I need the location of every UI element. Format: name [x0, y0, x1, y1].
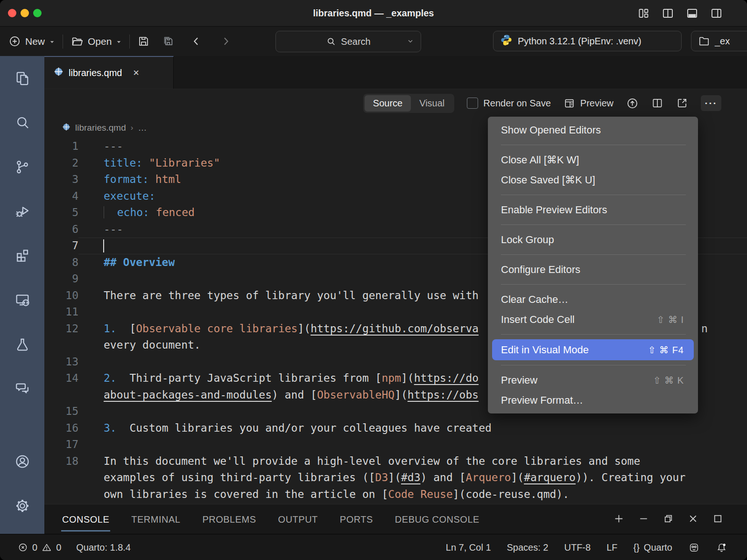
line-number: 7 — [44, 238, 78, 254]
encoding[interactable]: UTF-8 — [564, 542, 591, 553]
interpreter-selector[interactable]: Python 3.12.1 (PipEnv: .venv) — [493, 31, 682, 51]
chevron-down-icon — [116, 36, 122, 47]
warnings-icon — [42, 542, 52, 553]
comments-icon[interactable] — [0, 366, 44, 411]
render-on-save-label: Render on Save — [483, 98, 551, 109]
run-debug-icon[interactable] — [0, 189, 44, 233]
panel-tab-debug-console[interactable]: DEBUG CONSOLE — [395, 504, 479, 534]
menu-separator — [501, 254, 686, 255]
line-number: 18 — [44, 453, 78, 470]
code-token: ) and [ — [272, 389, 317, 401]
settings-gear-icon[interactable] — [0, 483, 44, 528]
toggle-panel-icon[interactable] — [686, 7, 698, 20]
breadcrumb-more[interactable]: … — [138, 123, 147, 133]
panel-tab-output[interactable]: OUTPUT — [278, 504, 318, 534]
cursor-position[interactable]: Ln 7, Col 1 — [446, 542, 491, 553]
menu-item-close-saved-k-u[interactable]: Close Saved [⌘K U] — [488, 170, 698, 190]
open-in-new-window-icon[interactable] — [676, 97, 688, 109]
link-text[interactable]: #d3 — [401, 471, 421, 483]
more-actions-button[interactable]: ··· — [701, 95, 721, 111]
language-mode[interactable]: {} Quarto — [633, 542, 672, 553]
menu-item-close-all-k-w[interactable]: Close All [⌘K W] — [488, 150, 698, 170]
panel-tab-console[interactable]: CONSOLE — [62, 504, 109, 534]
panel-tab-label: DEBUG CONSOLE — [395, 514, 479, 525]
line-number: 12 — [44, 321, 78, 337]
eol-sequence[interactable]: LF — [606, 542, 617, 553]
panel-tab-problems[interactable]: PROBLEMS — [202, 504, 256, 534]
explorer-icon[interactable] — [0, 56, 44, 100]
menu-item-show-opened-editors[interactable]: Show Opened Editors — [488, 120, 698, 140]
maximize-panel-icon[interactable] — [712, 513, 724, 526]
code-text: examples of using third-party libraries … — [78, 469, 747, 486]
menu-item-preview[interactable]: Preview⇧ ⌘ K — [488, 370, 698, 390]
link-text[interactable]: about-packages-and-modules — [104, 389, 272, 401]
account-icon[interactable] — [0, 439, 44, 483]
menu-item-insert-code-cell[interactable]: Insert Code Cell⇧ ⌘ I — [488, 309, 698, 329]
remote-explorer-icon[interactable] — [0, 278, 44, 322]
problems-indicator[interactable]: 0 0 — [18, 542, 61, 553]
code-token: Code Reuse — [388, 488, 452, 500]
panel-tab-ports[interactable]: PORTS — [340, 504, 373, 534]
split-editor-icon[interactable] — [662, 7, 674, 20]
notifications-bell-icon[interactable] — [716, 542, 727, 553]
code-line: 163. Custom libraries you and/or your co… — [44, 420, 747, 437]
breadcrumb-file[interactable]: libraries.qmd — [75, 123, 126, 133]
navigate-back-icon[interactable] — [190, 35, 202, 47]
split-editor-icon[interactable] — [651, 97, 663, 109]
search-input[interactable]: Search — [275, 31, 421, 52]
menu-item-edit-in-visual-mode[interactable]: Edit in Visual Mode⇧ ⌘ F4 — [492, 339, 694, 360]
navigate-forward-icon[interactable] — [220, 35, 232, 47]
minimize-panel-icon[interactable] — [638, 513, 649, 526]
status-bar: 0 0 Quarto: 1.8.4 Ln 7, Col 1 Spaces: 2 … — [0, 534, 747, 560]
errors-icon — [18, 542, 28, 553]
source-mode-button[interactable]: Source — [365, 95, 411, 112]
close-panel-icon[interactable] — [687, 513, 699, 526]
link-text[interactable]: https://obs — [408, 389, 479, 401]
render-on-save-checkbox[interactable] — [467, 98, 478, 109]
code-text: In this document we'll provide a high-le… — [78, 453, 747, 470]
close-tab-icon[interactable]: ✕ — [133, 68, 139, 78]
publish-icon[interactable] — [626, 97, 639, 110]
menu-item-preview-format[interactable]: Preview Format… — [488, 390, 698, 410]
line-number: 8 — [44, 254, 78, 271]
code-token: --- — [104, 223, 123, 235]
new-label: New — [25, 36, 45, 47]
plus-circle-icon — [8, 35, 21, 48]
quarto-version[interactable]: Quarto: 1.8.4 — [76, 542, 131, 553]
panel-tab-label: OUTPUT — [278, 514, 318, 525]
visual-mode-button[interactable]: Visual — [411, 95, 453, 112]
line-number: 14 — [44, 370, 78, 387]
toolbar-divider — [63, 35, 63, 49]
chevron-down-icon[interactable] — [407, 36, 414, 47]
tab-libraries-qmd[interactable]: libraries.qmd ✕ — [44, 56, 174, 89]
menu-item-shortcut: ⇧ ⌘ K — [653, 375, 684, 386]
toggle-secondary-sidebar-icon[interactable] — [710, 7, 723, 20]
link-text[interactable]: #arquero — [524, 471, 576, 483]
preview-button[interactable]: Preview — [564, 98, 613, 109]
add-console-icon[interactable] — [613, 513, 625, 526]
testing-icon[interactable] — [0, 322, 44, 366]
editor-toolbar: Source Visual Render on Save Preview ··· — [44, 89, 747, 118]
extensions-icon[interactable] — [0, 233, 44, 278]
menu-item-lock-group[interactable]: Lock Group — [488, 230, 698, 250]
save-icon[interactable] — [137, 35, 150, 48]
workspace-selector[interactable]: _ex — [691, 31, 747, 51]
menu-item-enable-preview-editors[interactable]: Enable Preview Editors — [488, 200, 698, 220]
panel-tab-terminal[interactable]: TERMINAL — [131, 504, 180, 534]
customize-layout-icon[interactable] — [637, 7, 650, 20]
code-text: own libraries is covered in the article … — [78, 486, 747, 503]
save-all-icon[interactable] — [162, 35, 175, 48]
source-control-icon[interactable] — [0, 145, 44, 189]
indentation[interactable]: Spaces: 2 — [507, 542, 549, 553]
code-token: fenced — [156, 206, 195, 218]
open-button[interactable]: Open — [70, 35, 122, 48]
search-icon[interactable] — [0, 100, 44, 145]
feedback-smiley-icon[interactable] — [688, 542, 700, 553]
warning-count: 0 — [56, 542, 61, 553]
link-text[interactable]: https://do — [414, 372, 479, 384]
new-button[interactable]: New — [8, 35, 55, 48]
restore-panel-icon[interactable] — [662, 513, 674, 526]
link-text[interactable]: https://github.com/observa — [310, 322, 479, 335]
menu-item-clear-cache[interactable]: Clear Cache… — [488, 289, 698, 309]
menu-item-configure-editors[interactable]: Configure Editors — [488, 259, 698, 280]
